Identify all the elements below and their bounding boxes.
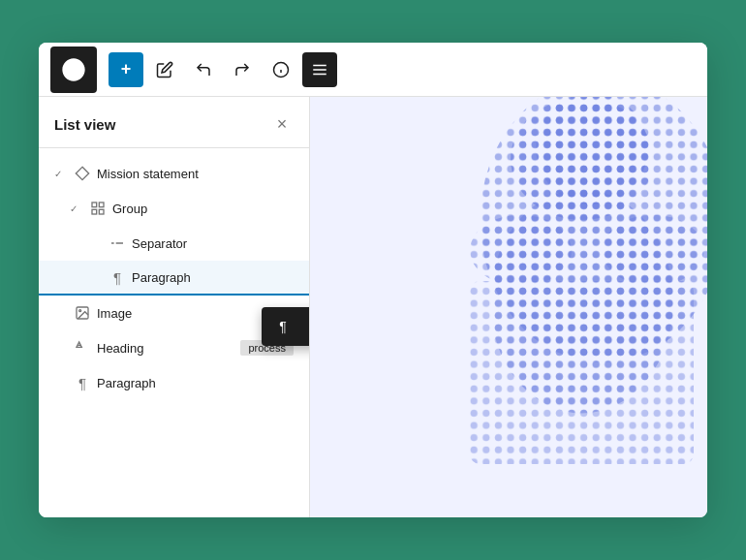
list-view-header: List view × (39, 97, 309, 148)
context-dots-button[interactable]: ⋮ (300, 311, 309, 342)
redo-icon (233, 61, 251, 78)
diamond-icon (74, 165, 91, 182)
svg-point-21 (536, 97, 648, 204)
redo-button[interactable] (225, 52, 260, 87)
list-view-panel: List view × ✓ Mission statement (39, 97, 310, 517)
paragraph-icon: ¶ (74, 374, 91, 391)
hamburger-icon (311, 61, 328, 78)
svg-rect-10 (99, 209, 104, 214)
list-item[interactable]: Separator (39, 226, 309, 261)
svg-point-14 (79, 310, 81, 312)
svg-point-24 (603, 215, 704, 287)
list-item[interactable]: ¶ Paragraph (39, 365, 309, 400)
info-button[interactable] (264, 52, 298, 87)
undo-icon (195, 61, 212, 78)
svg-rect-9 (92, 209, 97, 214)
item-label: Paragraph (97, 376, 294, 390)
svg-marker-6 (76, 167, 88, 179)
separator-icon (109, 234, 126, 252)
group-icon (89, 200, 107, 217)
svg-point-23 (470, 215, 572, 287)
edit-button[interactable] (147, 52, 182, 87)
canvas-area (310, 97, 707, 517)
item-label: Mission statement (97, 167, 294, 181)
paragraph-icon: ¶ (109, 268, 126, 286)
close-list-view-button[interactable]: × (270, 112, 294, 136)
plus-icon: + (121, 59, 132, 79)
context-paragraph-button[interactable]: ¶ (267, 311, 298, 342)
add-block-button[interactable]: + (109, 52, 143, 87)
list-view-title: List view (54, 116, 115, 133)
item-label: Group (112, 202, 294, 216)
menu-button[interactable] (302, 52, 337, 87)
pencil-icon (156, 61, 173, 78)
list-item[interactable]: ✓ Mission statement (39, 156, 309, 191)
toolbar: + (39, 43, 707, 97)
heading-icon (74, 339, 91, 357)
chevron-down-icon: ✓ (54, 169, 68, 179)
paragraph-symbol-icon: ¶ (279, 319, 287, 334)
undo-button[interactable] (186, 52, 221, 87)
wp-logo-icon (60, 56, 87, 83)
list-item-selected[interactable]: ¶ Paragraph ¶ ⋮ ↙ (39, 261, 309, 296)
list-view-content: ✓ Mission statement ✓ (39, 148, 309, 517)
svg-rect-8 (99, 202, 104, 207)
chevron-down-icon: ✓ (70, 203, 83, 214)
info-icon (272, 61, 290, 78)
wordpress-logo (50, 47, 97, 93)
svg-rect-7 (92, 202, 97, 207)
item-label: Paragraph (132, 270, 294, 285)
list-items-wrapper: ✓ Mission statement ✓ (39, 156, 309, 400)
dots-icon: ⋮ (308, 318, 310, 336)
image-icon (74, 304, 91, 322)
list-item[interactable]: ✓ Group (39, 191, 309, 226)
app-window: + (39, 43, 707, 517)
main-area: List view × ✓ Mission statement (39, 97, 707, 517)
item-label: Heading (97, 341, 231, 356)
item-label: Separator (132, 236, 294, 251)
context-menu: ¶ ⋮ ↙ (262, 307, 309, 346)
halftone-decoration (417, 97, 707, 484)
